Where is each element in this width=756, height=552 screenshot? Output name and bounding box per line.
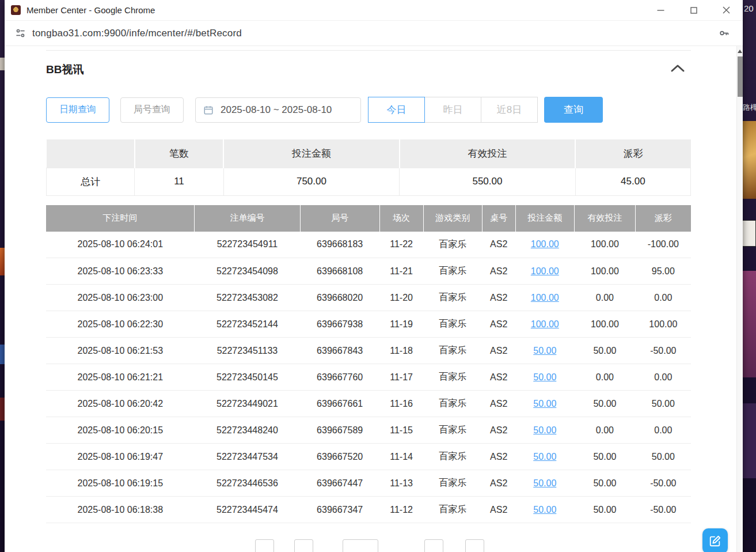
cell-session: 11-12 (379, 497, 423, 523)
cell-round-number: 639667843 (300, 338, 379, 364)
cell-bet-time: 2025-08-10 06:19:47 (46, 444, 195, 470)
bet-amount-link[interactable]: 50.00 (533, 505, 556, 515)
scrollbar-up-arrow-icon[interactable] (738, 50, 742, 53)
summary-body-row: 总计11750.00550.0045.00 (47, 168, 691, 195)
cell-game-type: 百家乐 (423, 364, 482, 391)
cell-round-number: 639668020 (300, 285, 379, 311)
page-content: BB视讯 日期查询 局号查询 2025-08-10 ~ 2025-08-10 (5, 46, 743, 552)
maximize-button[interactable] (677, 0, 710, 20)
cell-session: 11-16 (379, 391, 423, 417)
pagination-page-select[interactable] (343, 539, 378, 552)
close-button[interactable] (710, 0, 743, 20)
cell-game-type: 百家乐 (423, 285, 482, 311)
bet-amount-link[interactable]: 100.00 (531, 293, 559, 303)
cell-bet-amount: 100.00 (515, 285, 574, 311)
cell-table-number: AS2 (482, 232, 515, 258)
cell-table-number: AS2 (482, 391, 515, 417)
cell-session: 11-14 (379, 444, 423, 470)
date-query-tab[interactable]: 日期查询 (46, 97, 109, 123)
cell-bet-time: 2025-08-10 06:23:33 (46, 258, 195, 285)
feedback-fab-button[interactable] (702, 528, 728, 552)
table-row: 2025-08-10 06:24:01 522723454911 6396681… (46, 232, 691, 258)
desktop-clock-fragment: 20 (744, 3, 754, 13)
bet-amount-link[interactable]: 50.00 (533, 452, 556, 462)
cell-bet-time: 2025-08-10 06:18:38 (46, 497, 195, 523)
cell-table-number: AS2 (482, 338, 515, 364)
table-row: 2025-08-10 06:19:47 522723447534 6396675… (46, 444, 691, 470)
desktop-image-fragment (0, 345, 5, 364)
cell-bet-amount: 100.00 (515, 258, 574, 285)
cell-table-number: AS2 (482, 311, 515, 338)
cell-table-number: AS2 (482, 497, 515, 523)
cell-valid-bet: 100.00 (574, 258, 635, 285)
bet-amount-link[interactable]: 50.00 (533, 399, 556, 409)
date-range-input[interactable]: 2025-08-10 ~ 2025-08-10 (195, 97, 361, 123)
cell-payout: 0.00 (636, 285, 691, 311)
cell-bet-id: 522723454911 (195, 232, 301, 258)
cell-bet-id: 522723448240 (195, 417, 301, 444)
cell-round-number: 639668183 (300, 232, 379, 258)
scrollbar-thumb[interactable] (738, 56, 743, 97)
cell-valid-bet: 50.00 (574, 391, 635, 417)
cell-bet-amount: 100.00 (515, 232, 574, 258)
quick-range-button[interactable]: 近8日 (481, 97, 538, 123)
bet-amount-link[interactable]: 100.00 (531, 239, 559, 249)
desktop-text-fragment: 路樺 (743, 103, 756, 113)
cell-bet-amount: 50.00 (515, 417, 574, 444)
bet-amount-link[interactable]: 100.00 (531, 319, 559, 329)
bet-amount-link[interactable]: 50.00 (533, 478, 556, 488)
page-scrollbar[interactable] (736, 46, 743, 552)
desktop-image-fragment (743, 271, 756, 377)
bet-amount-link[interactable]: 50.00 (533, 372, 556, 382)
quick-range-button[interactable]: 昨日 (424, 97, 481, 123)
cell-round-number: 639667760 (300, 364, 379, 391)
bet-table-header-row: 下注时间注单编号局号场次游戏类别桌号投注金额有效投注派彩 (46, 205, 691, 232)
cell-bet-time: 2025-08-10 06:20:42 (46, 391, 195, 417)
cell-bet-id: 522723451133 (195, 338, 301, 364)
browser-window: Member Center - Google Chrome tongbao31.… (5, 0, 743, 552)
table-row: 2025-08-10 06:20:15 522723448240 6396675… (46, 417, 691, 444)
pagination-button[interactable] (255, 539, 274, 552)
table-row: 2025-08-10 06:19:15 522723446536 6396674… (46, 470, 691, 497)
password-key-icon[interactable] (718, 27, 730, 39)
quick-range-button[interactable]: 今日 (368, 97, 425, 123)
cell-game-type: 百家乐 (423, 311, 482, 338)
cell-bet-id: 522723446536 (195, 470, 301, 497)
cell-payout: 0.00 (636, 364, 691, 391)
cell-bet-amount: 50.00 (515, 364, 574, 391)
cell-bet-time: 2025-08-10 06:23:00 (46, 285, 195, 311)
collapse-section-button[interactable] (670, 63, 685, 75)
cell-valid-bet: 100.00 (574, 232, 635, 258)
cell-valid-bet: 50.00 (574, 338, 635, 364)
summary-value-cell: 550.00 (400, 168, 575, 195)
site-settings-icon[interactable] (15, 28, 26, 39)
window-controls (644, 0, 743, 20)
app-favicon (11, 5, 21, 15)
pagination-button[interactable] (294, 539, 313, 552)
cell-game-type: 百家乐 (423, 258, 482, 285)
search-button[interactable]: 查询 (544, 97, 603, 123)
window-titlebar: Member Center - Google Chrome (5, 0, 743, 21)
bet-amount-link[interactable]: 50.00 (533, 425, 556, 435)
cell-round-number: 639667447 (300, 470, 379, 497)
cell-bet-time: 2025-08-10 06:20:15 (46, 417, 195, 444)
cell-valid-bet: 100.00 (574, 311, 635, 338)
cell-bet-time: 2025-08-10 06:19:15 (46, 470, 195, 497)
minimize-button[interactable] (644, 0, 677, 20)
desktop-image-fragment (0, 248, 5, 275)
cell-payout: -50.00 (636, 470, 691, 497)
pagination-button[interactable] (465, 539, 484, 552)
cell-bet-amount: 100.00 (515, 311, 574, 338)
pagination-button[interactable] (424, 539, 443, 552)
table-row: 2025-08-10 06:21:21 522723450145 6396677… (46, 364, 691, 391)
cell-bet-amount: 50.00 (515, 497, 574, 523)
cell-payout: 95.00 (636, 258, 691, 285)
cell-bet-id: 522723453082 (195, 285, 301, 311)
round-query-tab[interactable]: 局号查询 (120, 97, 184, 123)
summary-header-cell: 投注金额 (223, 139, 399, 168)
cell-payout: 100.00 (636, 311, 691, 338)
url-text[interactable]: tongbao31.com:9900/infe/mcenter/#/betRec… (32, 28, 242, 39)
bet-amount-link[interactable]: 50.00 (533, 346, 556, 356)
bet-amount-link[interactable]: 100.00 (531, 266, 559, 276)
summary-value-cell: 11 (135, 168, 223, 195)
